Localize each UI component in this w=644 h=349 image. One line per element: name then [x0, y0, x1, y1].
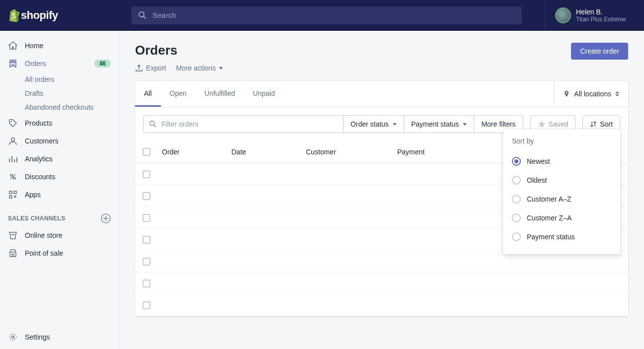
subnav-abandoned[interactable]: Abandoned checkouts	[25, 100, 119, 114]
user-name: Helen B.	[576, 8, 626, 16]
sort-option[interactable]: Oldest	[512, 171, 611, 190]
filter-orders-input[interactable]	[161, 120, 338, 128]
sidebar-item-label: Orders	[25, 60, 87, 68]
sidebar-item-orders[interactable]: Orders 46	[0, 55, 119, 72]
sidebar-item-online-store[interactable]: Online store	[0, 226, 119, 244]
sidebar-item-customers[interactable]: Customers	[0, 132, 119, 150]
tab-all[interactable]: All	[135, 81, 161, 107]
chevron-down-icon	[219, 67, 223, 70]
search-input[interactable]	[152, 11, 516, 19]
sidebar-item-settings[interactable]: Settings	[0, 325, 119, 349]
search-box[interactable]	[132, 6, 522, 24]
sales-channels-label: SALES CHANNELS	[8, 215, 66, 222]
row-checkbox[interactable]	[143, 258, 150, 266]
avatar	[555, 7, 571, 23]
location-label: All locations	[574, 90, 611, 98]
pin-icon	[563, 90, 570, 97]
card-tabs: All Open Unfulfilled Unpaid All location…	[135, 81, 628, 107]
main-content: Orders Export More actions Create order	[119, 31, 644, 349]
table-row[interactable]	[135, 273, 628, 294]
sidebar-item-pos[interactable]: Point of sale	[0, 244, 119, 262]
analytics-icon	[8, 154, 18, 164]
payment-status-filter[interactable]: Payment status	[404, 115, 475, 133]
orders-card: All Open Unfulfilled Unpaid All location…	[135, 81, 628, 316]
export-button[interactable]: Export	[135, 64, 166, 72]
column-date[interactable]: Date	[227, 141, 302, 163]
gear-icon	[8, 332, 18, 342]
sidebar-item-label: Discounts	[25, 173, 111, 181]
sidebar-item-label: Customers	[25, 137, 111, 145]
home-icon	[8, 41, 18, 51]
tab-unfulfilled[interactable]: Unfulfilled	[196, 81, 244, 107]
sidebar-item-discounts[interactable]: Discounts	[0, 168, 119, 186]
svg-point-1	[11, 138, 14, 141]
sales-channels-header: SALES CHANNELS	[0, 204, 119, 226]
column-order[interactable]: Order	[158, 141, 227, 163]
svg-point-3	[13, 177, 15, 179]
user-menu[interactable]: Helen B. Titan Plus Extreme	[545, 0, 644, 30]
orders-subnav: All orders Drafts Abandoned checkouts	[0, 72, 119, 114]
sort-label: Sort	[600, 120, 613, 128]
svg-point-8	[566, 92, 568, 94]
sidebar-item-products[interactable]: Products	[0, 114, 119, 132]
customers-icon	[8, 136, 18, 146]
tab-unpaid[interactable]: Unpaid	[244, 81, 284, 107]
radio-icon	[512, 232, 521, 241]
star-icon	[538, 120, 546, 128]
search-icon	[138, 10, 147, 20]
sort-option[interactable]: Payment status	[512, 227, 611, 246]
subnav-all-orders[interactable]: All orders	[25, 72, 119, 86]
filter-label: Order status	[351, 120, 389, 128]
topbar: shopify Helen B. Titan Plus Extreme	[0, 0, 644, 31]
sidebar-item-label: Online store	[25, 231, 111, 239]
chevron-down-icon	[463, 123, 467, 126]
orders-icon	[8, 59, 18, 69]
select-arrows-icon	[615, 91, 619, 96]
user-info: Helen B. Titan Plus Extreme	[576, 8, 626, 23]
more-actions-label: More actions	[176, 64, 215, 72]
subnav-drafts[interactable]: Drafts	[25, 86, 119, 100]
sidebar-item-analytics[interactable]: Analytics	[0, 150, 119, 168]
sidebar-item-label: Analytics	[25, 155, 111, 163]
filter-search[interactable]	[143, 115, 344, 133]
sort-option[interactable]: Newest	[512, 152, 611, 171]
svg-point-7	[12, 336, 14, 339]
create-order-button[interactable]: Create order	[571, 43, 628, 60]
column-customer[interactable]: Customer	[302, 141, 393, 163]
row-checkbox[interactable]	[143, 192, 150, 200]
sidebar-item-label: Products	[25, 119, 111, 127]
add-channel-icon[interactable]	[101, 213, 111, 223]
sort-option-label: Oldest	[527, 176, 547, 184]
column-payment[interactable]: Payment	[393, 141, 473, 163]
sort-option[interactable]: Customer A–Z	[512, 190, 611, 209]
more-actions-button[interactable]: More actions	[176, 64, 222, 72]
order-status-filter[interactable]: Order status	[344, 115, 404, 133]
sort-option[interactable]: Customer Z–A	[512, 209, 611, 227]
row-checkbox[interactable]	[143, 279, 150, 287]
table-row[interactable]	[135, 294, 628, 316]
radio-icon	[512, 195, 521, 204]
logo[interactable]: shopify	[0, 8, 124, 22]
settings-label: Settings	[25, 333, 50, 341]
sort-option-label: Customer A–Z	[527, 195, 571, 203]
orders-badge: 46	[94, 60, 111, 68]
location-picker[interactable]: All locations	[554, 81, 628, 107]
sidebar-item-home[interactable]: Home	[0, 37, 119, 55]
logo-text: shopify	[21, 9, 58, 22]
row-checkbox[interactable]	[143, 214, 150, 222]
sort-icon	[590, 121, 597, 128]
row-checkbox[interactable]	[143, 236, 150, 244]
tab-open[interactable]: Open	[161, 81, 196, 107]
row-checkbox[interactable]	[143, 170, 150, 178]
svg-rect-5	[14, 191, 16, 194]
shopify-bag-icon	[8, 8, 20, 22]
svg-point-2	[10, 174, 12, 176]
discounts-icon	[8, 172, 18, 182]
sort-option-label: Customer Z–A	[527, 214, 572, 222]
sidebar-item-apps[interactable]: Apps	[0, 186, 119, 204]
row-checkbox[interactable]	[143, 301, 150, 309]
sort-popover-title: Sort by	[512, 137, 611, 145]
filter-label: Payment status	[411, 120, 459, 128]
page-title: Orders	[135, 43, 223, 58]
select-all-checkbox[interactable]	[143, 148, 150, 156]
